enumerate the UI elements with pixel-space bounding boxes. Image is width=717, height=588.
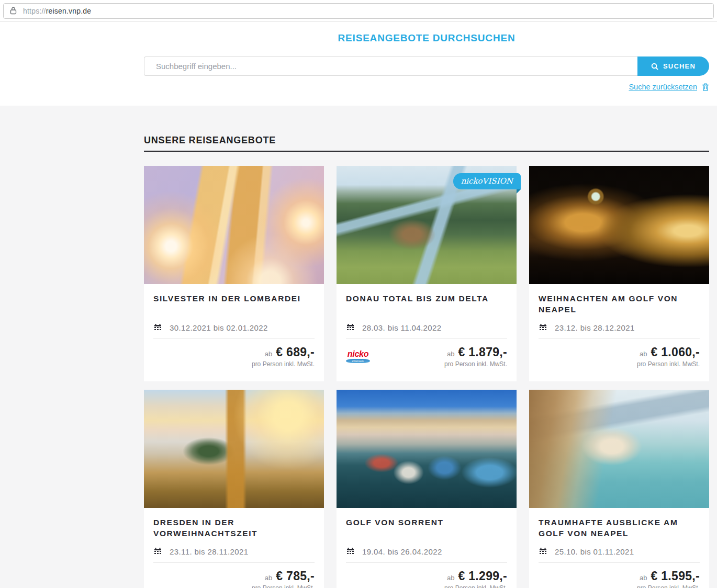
offer-image[interactable] bbox=[144, 166, 324, 284]
price-suffix: pro Person inkl. MwSt. bbox=[444, 584, 507, 588]
offer-title: DRESDEN IN DER VORWEIHNACHTSZEIT bbox=[153, 517, 315, 541]
price-prefix: ab bbox=[265, 350, 272, 358]
offer-dates: 23.11. bis 28.11.2021 bbox=[170, 547, 248, 556]
calendar-icon bbox=[539, 547, 547, 556]
price-prefix: ab bbox=[640, 350, 647, 358]
offers-heading: UNSERE REISEANGEBOTE bbox=[144, 135, 709, 152]
offer-card[interactable]: GOLF VON SORRENT 19.04. bis 26.04.2022 bbox=[337, 390, 517, 588]
offer-price: € 689,- bbox=[276, 345, 315, 359]
calendar-icon bbox=[346, 547, 355, 556]
url-bar[interactable]: https://reisen.vnp.de bbox=[3, 3, 714, 19]
offer-title: GOLF VON SORRENT bbox=[346, 517, 507, 541]
search-button-label: SUCHEN bbox=[663, 62, 696, 70]
offer-card[interactable]: TRAUMHAFTE AUSBLICKE AM GOLF VON NEAPEL … bbox=[529, 390, 709, 588]
divider bbox=[346, 562, 507, 563]
offer-title: WEIHNACHTEN AM GOLF VON NEAPEL bbox=[539, 293, 700, 318]
divider bbox=[539, 338, 700, 339]
price-suffix: pro Person inkl. MwSt. bbox=[637, 584, 700, 588]
offer-card[interactable]: SILVESTER IN DER LOMBARDEI 30.12.2021 bi… bbox=[144, 166, 324, 381]
offer-dates: 28.03. bis 11.04.2022 bbox=[362, 323, 442, 332]
calendar-icon bbox=[153, 323, 162, 332]
nickovision-badge: nickoVISION bbox=[453, 173, 521, 189]
trash-icon[interactable] bbox=[702, 83, 709, 91]
url-text: https://reisen.vnp.de bbox=[23, 7, 91, 15]
offer-card[interactable]: nickoVISION DONAU TOTAL BIS ZUM DELTA 28… bbox=[337, 166, 517, 381]
nicko-logo-wave: cruises bbox=[346, 359, 370, 363]
lock-icon bbox=[10, 7, 17, 15]
calendar-icon bbox=[153, 547, 162, 556]
price-prefix: ab bbox=[447, 574, 454, 582]
price-suffix: pro Person inkl. MwSt. bbox=[252, 584, 315, 588]
divider bbox=[539, 562, 700, 563]
offer-dates: 23.12. bis 28.12.2021 bbox=[555, 323, 635, 332]
browser-bar: https://reisen.vnp.de bbox=[0, 0, 717, 22]
price-suffix: pro Person inkl. MwSt. bbox=[637, 360, 700, 368]
search-section: REISEANGEBOTE DURCHSUCHEN SUCHEN Suche z… bbox=[0, 22, 717, 106]
search-button[interactable]: SUCHEN bbox=[637, 56, 709, 76]
offers-section: UNSERE REISEANGEBOTE SILVESTER IN DER LO… bbox=[0, 106, 717, 588]
offer-title: DONAU TOTAL BIS ZUM DELTA bbox=[346, 293, 507, 318]
offer-card[interactable]: WEIHNACHTEN AM GOLF VON NEAPEL 23.12. bi… bbox=[529, 166, 709, 381]
calendar-icon bbox=[346, 323, 355, 332]
divider bbox=[153, 562, 315, 563]
offer-title: SILVESTER IN DER LOMBARDEI bbox=[153, 293, 315, 318]
offer-card[interactable]: DRESDEN IN DER VORWEIHNACHTSZEIT 23.11. … bbox=[144, 390, 324, 588]
page-title: REISEANGEBOTE DURCHSUCHEN bbox=[144, 32, 709, 44]
calendar-icon bbox=[539, 323, 547, 332]
offer-dates: 25.10. bis 01.11.2021 bbox=[555, 547, 634, 556]
offer-image[interactable] bbox=[529, 166, 709, 284]
nicko-logo-text: nicko bbox=[346, 350, 370, 358]
offer-dates: 30.12.2021 bis 02.01.2022 bbox=[170, 323, 268, 332]
offer-price: € 1.595,- bbox=[651, 569, 700, 583]
offer-image[interactable] bbox=[337, 390, 517, 508]
divider bbox=[346, 338, 507, 339]
search-icon bbox=[651, 63, 658, 70]
price-suffix: pro Person inkl. MwSt. bbox=[444, 360, 507, 368]
divider bbox=[153, 338, 315, 339]
search-input[interactable] bbox=[144, 56, 637, 76]
price-prefix: ab bbox=[640, 574, 647, 582]
offers-grid: SILVESTER IN DER LOMBARDEI 30.12.2021 bi… bbox=[144, 166, 709, 588]
offer-price: € 1.299,- bbox=[458, 569, 508, 583]
offer-price: € 1.879,- bbox=[458, 345, 508, 359]
price-prefix: ab bbox=[447, 350, 454, 358]
price-suffix: pro Person inkl. MwSt. bbox=[252, 360, 315, 368]
offer-price: € 1.060,- bbox=[651, 345, 700, 359]
offer-title: TRAUMHAFTE AUSBLICKE AM GOLF VON NEAPEL bbox=[539, 517, 700, 541]
offer-dates: 19.04. bis 26.04.2022 bbox=[362, 547, 442, 556]
offer-image[interactable]: nickoVISION bbox=[337, 166, 517, 284]
offer-image[interactable] bbox=[529, 390, 709, 508]
price-prefix: ab bbox=[265, 574, 272, 582]
offer-price: € 785,- bbox=[276, 569, 315, 583]
nicko-cruises-logo: nicko cruises bbox=[346, 350, 370, 363]
offer-image[interactable] bbox=[144, 390, 324, 508]
reset-search-link[interactable]: Suche zurücksetzen bbox=[629, 83, 697, 91]
